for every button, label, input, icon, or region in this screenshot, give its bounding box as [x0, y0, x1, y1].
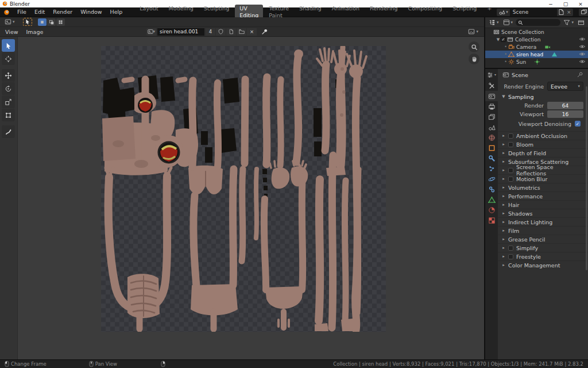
scene-name[interactable]: Scene: [510, 9, 557, 16]
sampling-section-header[interactable]: ▼ Sampling: [498, 92, 588, 101]
fake-user-button[interactable]: [216, 28, 226, 36]
outliner-display-mode-button[interactable]: ▾: [502, 18, 514, 26]
uv-select-face-button[interactable]: [56, 18, 65, 26]
outliner-row-siren-head[interactable]: • siren head: [485, 51, 588, 58]
sampling-viewport-field[interactable]: 16: [547, 110, 583, 118]
scene-browse-button[interactable]: ▾: [497, 9, 510, 16]
pin-icon[interactable]: [577, 71, 583, 78]
section-shadows[interactable]: ▸ Shadows: [498, 209, 588, 217]
menu-file[interactable]: File: [13, 7, 30, 17]
delete-scene-button[interactable]: ×: [565, 9, 573, 16]
pin-icon[interactable]: [261, 28, 268, 35]
viewport-denoising-checkbox[interactable]: [575, 121, 581, 126]
properties-tab-particles[interactable]: [485, 163, 498, 174]
visibility-toggle[interactable]: [579, 36, 586, 44]
section-indirect-lighting[interactable]: ▸ Indirect Lighting: [498, 217, 588, 226]
section-ambient-occlusion[interactable]: ▸ Ambient Occlusion: [498, 131, 588, 140]
properties-tab-view-layer[interactable]: [485, 112, 498, 122]
properties-tab-texture[interactable]: [485, 215, 498, 225]
section-simplify[interactable]: ▸ Simplify: [498, 243, 588, 252]
properties-tab-modifiers[interactable]: [485, 153, 498, 163]
properties-tab-physics[interactable]: [485, 174, 498, 184]
blender-menu-icon[interactable]: [3, 9, 10, 16]
render-engine-dropdown[interactable]: Eevee ▾: [547, 82, 583, 91]
active-tool-indicator[interactable]: [23, 18, 32, 26]
properties-tab-object[interactable]: [485, 143, 498, 153]
outliner-row-camera[interactable]: • Camera: [485, 43, 588, 51]
zoom-gizmo[interactable]: [469, 41, 479, 52]
menu-edit[interactable]: Edit: [30, 7, 49, 17]
menu-render[interactable]: Render: [49, 7, 76, 17]
section-performance[interactable]: ▸ Performance: [498, 191, 588, 200]
section-checkbox[interactable]: [508, 254, 513, 259]
minimize-button[interactable]: −: [543, 1, 558, 7]
properties-tab-scene[interactable]: [485, 122, 498, 132]
section-checkbox[interactable]: [508, 142, 513, 147]
uv-image[interactable]: [101, 46, 386, 332]
section-checkbox[interactable]: [508, 133, 513, 139]
tool-transform-button[interactable]: [2, 109, 15, 121]
uv-canvas[interactable]: [0, 37, 484, 359]
properties-editor-type-button[interactable]: ▾: [486, 71, 497, 79]
section-bloom[interactable]: ▸ Bloom: [498, 140, 588, 148]
uv-menu-image[interactable]: Image: [22, 29, 48, 35]
uv-menu-view[interactable]: View: [1, 29, 22, 35]
outliner-filter-button[interactable]: ▾: [562, 18, 575, 26]
outliner-row-scene-collection[interactable]: Scene Collection: [485, 28, 588, 36]
menu-window[interactable]: Window: [76, 7, 106, 17]
new-collection-button[interactable]: [577, 18, 586, 26]
section-checkbox[interactable]: [508, 246, 513, 251]
properties-tab-render[interactable]: [485, 91, 498, 101]
tool-scale-button[interactable]: [2, 95, 15, 108]
visibility-toggle[interactable]: [579, 43, 586, 51]
section-hair[interactable]: ▸ Hair: [498, 200, 588, 209]
tool-annotate-button[interactable]: [2, 125, 15, 138]
outliner-row-collection[interactable]: ▼ Collection: [485, 36, 588, 43]
new-image-button[interactable]: [226, 28, 236, 36]
browse-image-button[interactable]: ▾: [146, 28, 157, 36]
section-checkbox[interactable]: [508, 168, 513, 173]
section-film[interactable]: ▸ Film: [498, 226, 588, 235]
image-options-button[interactable]: ▾: [466, 28, 481, 36]
section-depth-of-field[interactable]: ▸ Depth of Field: [498, 148, 588, 157]
section-volumetrics[interactable]: ▸ Volumetrics: [498, 183, 588, 191]
section-color-management[interactable]: ▸ Color Management: [498, 260, 588, 269]
sampling-render-field[interactable]: 64: [547, 102, 583, 109]
outliner-row-sun[interactable]: • Sun: [485, 58, 588, 66]
view-layer-browse-button[interactable]: ▾: [579, 9, 588, 16]
section-freestyle[interactable]: ▸ Freestyle: [498, 252, 588, 260]
properties-tab-material[interactable]: [485, 205, 498, 215]
tool-rotate-button[interactable]: [2, 82, 15, 95]
outliner-search-input[interactable]: [516, 19, 560, 26]
uv-select-edge-button[interactable]: [47, 18, 56, 26]
collection-checkbox[interactable]: [501, 37, 506, 42]
uv-select-vertex-button[interactable]: [38, 18, 47, 26]
visibility-toggle[interactable]: [579, 51, 586, 59]
tool-cursor-button[interactable]: [2, 52, 15, 65]
editor-type-button[interactable]: ▾: [2, 18, 17, 26]
tool-select-box-button[interactable]: [2, 39, 15, 52]
properties-tab-data[interactable]: [485, 194, 498, 205]
section-screen-space-reflections[interactable]: ▸ Screen Space Reflections: [498, 166, 588, 174]
properties-tab-constraints[interactable]: [485, 184, 498, 194]
properties-tab-world[interactable]: [485, 132, 498, 143]
visibility-toggle[interactable]: [579, 58, 586, 66]
properties-tab-output[interactable]: [485, 101, 498, 112]
unlink-image-button[interactable]: ×: [247, 28, 257, 36]
image-users-button[interactable]: 4: [206, 28, 215, 36]
section-checkbox[interactable]: [508, 177, 513, 182]
tool-move-button[interactable]: [2, 69, 15, 82]
image-name-field[interactable]: [157, 28, 205, 36]
close-button[interactable]: ×: [573, 1, 588, 7]
scene-selector[interactable]: ▾ Scene ×: [497, 9, 573, 16]
pan-gizmo[interactable]: [469, 53, 479, 64]
properties-tab-tool[interactable]: [485, 80, 498, 91]
new-scene-button[interactable]: [557, 9, 565, 16]
outliner-editor-type-button[interactable]: ▾: [488, 18, 500, 26]
view-layer-selector[interactable]: ▾ View Layer ×: [579, 9, 588, 16]
maximize-button[interactable]: ▢: [558, 1, 573, 7]
menu-help[interactable]: Help: [106, 7, 127, 17]
properties-scrollbar[interactable]: [586, 86, 587, 270]
section-grease-pencil[interactable]: ▸ Grease Pencil: [498, 235, 588, 243]
breadcrumb-label[interactable]: Scene: [512, 72, 528, 78]
